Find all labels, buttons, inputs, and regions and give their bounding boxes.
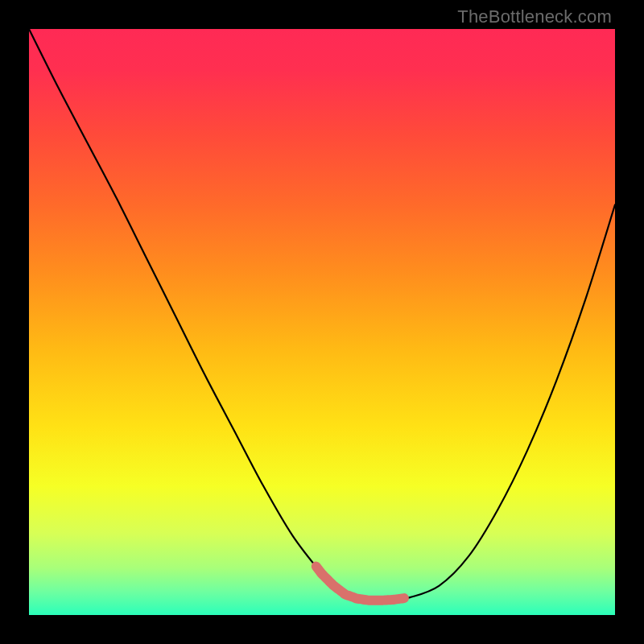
optimal-zone-highlight (316, 567, 404, 601)
chart-svg (29, 29, 615, 615)
plot-area (29, 29, 615, 615)
chart-frame: TheBottleneck.com (0, 0, 644, 644)
bottleneck-curve (29, 29, 615, 601)
watermark-label: TheBottleneck.com (457, 6, 612, 27)
